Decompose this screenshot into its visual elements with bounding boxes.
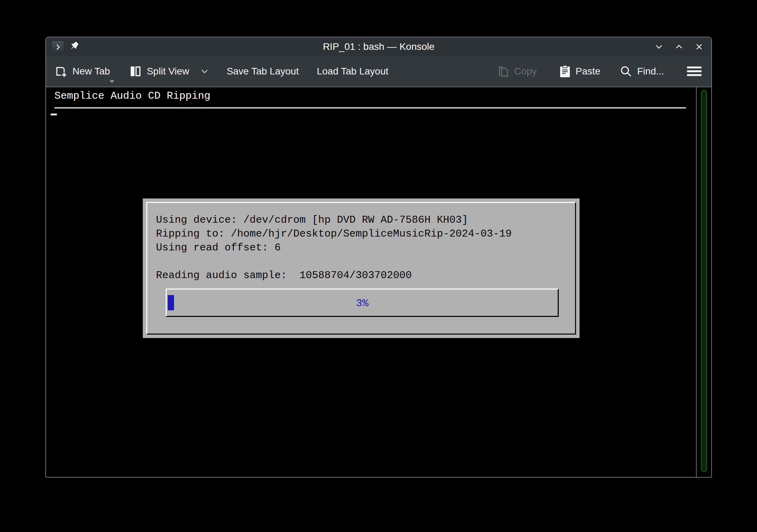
dialog-line-device: Using device: /dev/cdrom [hp DVD RW AD-7…	[156, 214, 468, 226]
new-tab-dropdown-chevron-icon	[109, 79, 115, 83]
copy-icon	[497, 65, 509, 78]
chevron-down-icon	[654, 42, 664, 52]
ripping-dialog: Using device: /dev/cdrom [hp DVD RW AD-7…	[143, 198, 580, 338]
scrollbar-handle[interactable]	[701, 90, 707, 472]
maximize-button[interactable]	[674, 42, 684, 52]
titlebar: RIP_01 : bash — Konsole	[46, 37, 711, 56]
copy-label: Copy	[514, 66, 537, 77]
terminal-heading: Semplice Audio CD Ripping	[54, 90, 210, 102]
progress-bar: 3%	[166, 289, 559, 317]
konsole-window: RIP_01 : bash — Konsole	[45, 37, 712, 478]
paste-button[interactable]: Paste	[559, 65, 601, 78]
chevron-up-icon	[674, 42, 684, 52]
split-view-label: Split View	[147, 66, 189, 77]
hamburger-menu-button[interactable]	[686, 65, 702, 77]
toolbar: New Tab Split View Save Ta	[46, 56, 711, 87]
save-tab-layout-label: Save Tab Layout	[227, 66, 299, 77]
minimize-button[interactable]	[654, 42, 664, 52]
hamburger-menu-icon	[686, 65, 702, 77]
find-label: Find...	[637, 66, 664, 77]
new-tab-icon	[55, 65, 68, 78]
split-view-icon	[129, 65, 142, 78]
search-icon	[620, 65, 632, 78]
split-view-button[interactable]: Split View	[129, 65, 208, 78]
terminal-heading-rule	[54, 107, 686, 108]
save-tab-layout-button[interactable]: Save Tab Layout	[227, 66, 299, 77]
window-title: RIP_01 : bash — Konsole	[46, 37, 711, 56]
terminal-cursor	[51, 114, 57, 115]
close-button[interactable]	[694, 42, 704, 52]
find-button[interactable]: Find...	[620, 65, 664, 78]
split-view-dropdown-chevron-icon	[200, 68, 209, 74]
dialog-line-ripping: Ripping to: /home/hjr/Desktop/SempliceMu…	[156, 228, 512, 240]
new-tab-label: New Tab	[72, 66, 110, 77]
close-icon	[694, 42, 704, 52]
progress-percent-label: 3%	[167, 298, 558, 309]
load-tab-layout-label: Load Tab Layout	[317, 66, 389, 77]
dialog-line-reading: Reading audio sample: 10588704/303702000	[156, 269, 412, 281]
terminal-screen[interactable]: Semplice Audio CD Ripping Using device: …	[46, 87, 711, 477]
window-controls	[654, 37, 704, 56]
copy-button[interactable]: Copy	[497, 65, 537, 78]
new-tab-button[interactable]: New Tab	[55, 65, 110, 78]
load-tab-layout-button[interactable]: Load Tab Layout	[317, 66, 389, 77]
paste-icon	[559, 65, 571, 78]
dialog-line-offset: Using read offset: 6	[156, 242, 281, 254]
paste-label: Paste	[576, 66, 601, 77]
scrollbar-track[interactable]	[696, 87, 711, 477]
